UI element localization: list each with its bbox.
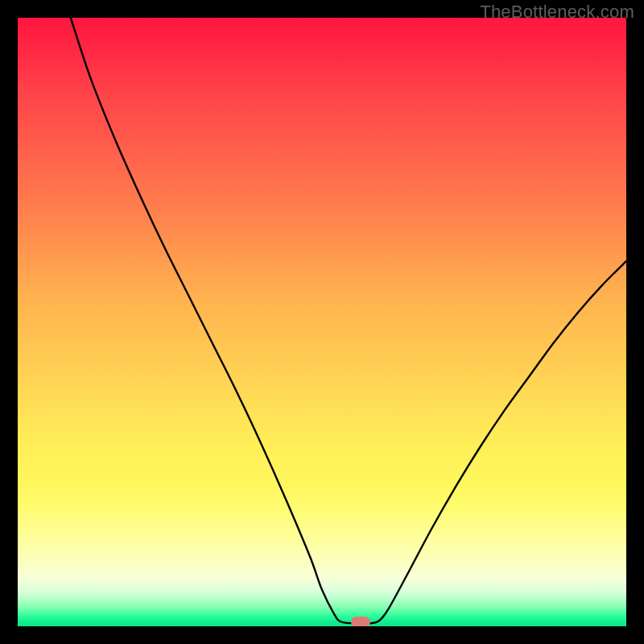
optimal-point-marker	[351, 617, 370, 626]
chart-frame: TheBottleneck.com	[0, 0, 644, 644]
watermark-text: TheBottleneck.com	[480, 2, 634, 23]
bottleneck-curve	[71, 18, 626, 624]
curve-svg	[18, 18, 626, 626]
plot-area	[18, 18, 626, 626]
